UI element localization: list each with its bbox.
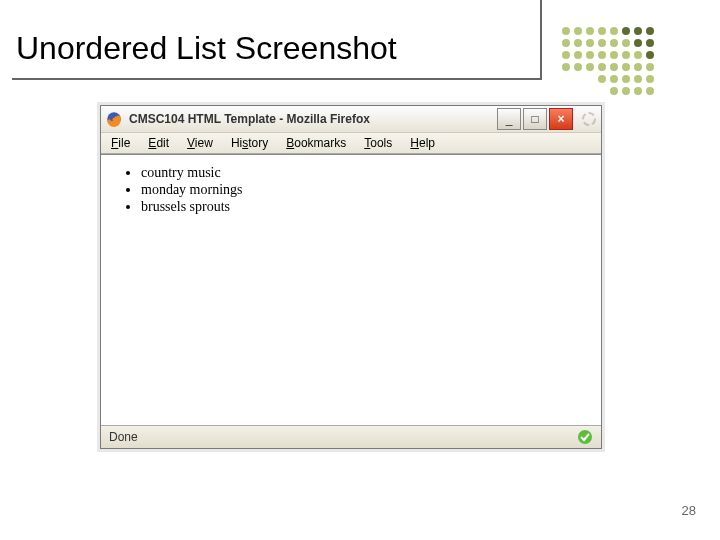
minimize-button[interactable]: _: [497, 108, 521, 130]
maximize-button[interactable]: □: [523, 108, 547, 130]
throbber-icon: [581, 111, 597, 127]
status-bar: Done: [101, 426, 601, 448]
close-button[interactable]: ×: [549, 108, 573, 130]
menu-bar: File Edit View History Bookmarks Tools H…: [101, 132, 601, 154]
decorative-horizontal-line: [12, 78, 542, 80]
slide-title: Unordered List Screenshot: [16, 30, 397, 67]
svg-point-2: [578, 430, 592, 444]
list-item: brussels sprouts: [141, 199, 595, 215]
menu-tools[interactable]: Tools: [364, 136, 392, 150]
list-item: monday mornings: [141, 182, 595, 198]
window-title: CMSC104 HTML Template - Mozilla Firefox: [129, 112, 370, 126]
list-item: country music: [141, 165, 595, 181]
status-text: Done: [109, 430, 138, 444]
menu-edit[interactable]: Edit: [148, 136, 169, 150]
menu-history[interactable]: History: [231, 136, 268, 150]
firefox-icon: [105, 110, 123, 128]
unordered-list: country music monday mornings brussels s…: [141, 165, 595, 215]
menu-bookmarks[interactable]: Bookmarks: [286, 136, 346, 150]
menu-file[interactable]: File: [111, 136, 130, 150]
decorative-vertical-line: [540, 0, 542, 78]
decorative-dot-grid: [560, 25, 656, 97]
browser-window: CMSC104 HTML Template - Mozilla Firefox …: [100, 105, 602, 449]
browser-titlebar: CMSC104 HTML Template - Mozilla Firefox …: [101, 106, 601, 132]
page-number: 28: [682, 503, 696, 518]
svg-point-1: [583, 113, 595, 125]
browser-content: country music monday mornings brussels s…: [101, 154, 601, 426]
menu-view[interactable]: View: [187, 136, 213, 150]
menu-help[interactable]: Help: [410, 136, 435, 150]
security-icon: [577, 429, 593, 445]
